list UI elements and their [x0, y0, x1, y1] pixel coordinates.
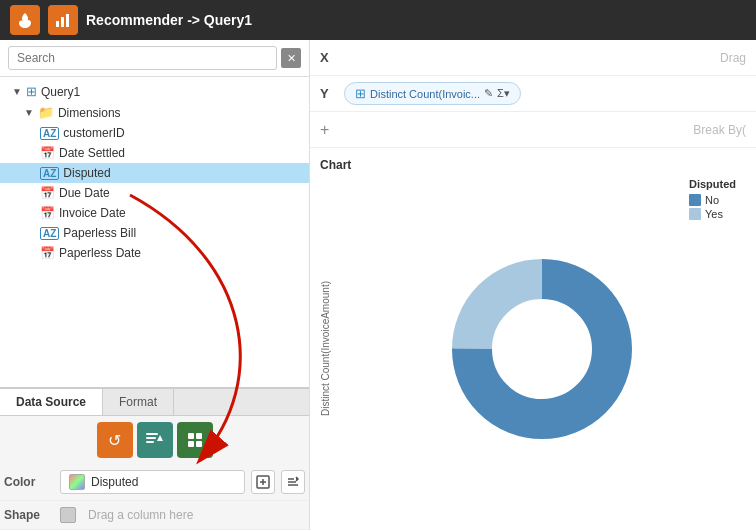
- shape-drag-placeholder: Drag a column here: [88, 508, 305, 522]
- legend-dot-yes: [689, 208, 701, 220]
- edit-icon[interactable]: ✎: [484, 87, 493, 100]
- search-bar: ✕: [0, 40, 309, 77]
- chart-inner: Distinct Count(InvoiceAmount): [320, 180, 746, 518]
- chevron-down-icon: ▼: [12, 86, 22, 97]
- main-layout: ✕ ▼ ⊞ Query1 ▼ 📁 Dimensions AZ cust: [0, 40, 756, 530]
- chart-svg-area: [337, 249, 746, 449]
- tab-datasource[interactable]: Data Source: [0, 389, 103, 415]
- shape-swatch: [60, 507, 76, 523]
- svg-marker-6: [157, 435, 163, 441]
- legend-dot-no: [689, 194, 701, 206]
- y-axis-chip[interactable]: ⊞ Distinct Count(Invoic... ✎ Σ▾: [344, 82, 521, 105]
- break-by-text: Break By(: [337, 123, 746, 137]
- legend-item-yes: Yes: [689, 208, 736, 220]
- calendar-icon-invoice: 📅: [40, 206, 55, 220]
- x-drag-area[interactable]: Drag: [344, 51, 746, 65]
- folder-icon: 📁: [38, 105, 54, 120]
- tree-item-paperlessdate[interactable]: 📅 Paperless Date: [0, 243, 309, 263]
- legend-label-no: No: [705, 194, 719, 206]
- plus-icon: +: [320, 121, 329, 139]
- svg-rect-7: [188, 433, 194, 439]
- tree-query1[interactable]: ▼ ⊞ Query1: [0, 81, 309, 102]
- color-property-row: Color Disputed: [0, 464, 309, 501]
- svg-point-19: [497, 304, 587, 394]
- chart-legend: Disputed No Yes: [689, 178, 736, 222]
- color-sort-button[interactable]: [281, 470, 305, 494]
- chart-title: Chart: [320, 158, 746, 172]
- svg-rect-8: [196, 433, 202, 439]
- chevron-down-icon-dim: ▼: [24, 107, 34, 118]
- tree-container[interactable]: ▼ ⊞ Query1 ▼ 📁 Dimensions AZ customerID …: [0, 77, 309, 387]
- svg-rect-3: [146, 433, 158, 435]
- legend-title: Disputed: [689, 178, 736, 190]
- color-value: Disputed: [91, 475, 138, 489]
- app-logo-icon: [10, 5, 40, 35]
- donut-chart: [442, 249, 642, 449]
- shape-label: Shape: [4, 508, 54, 522]
- calendar-icon: 📅: [40, 146, 55, 160]
- table-icon: ⊞: [26, 84, 37, 99]
- legend-label-yes: Yes: [705, 208, 723, 220]
- svg-rect-9: [188, 441, 194, 447]
- color-edit-button[interactable]: [251, 470, 275, 494]
- y-axis-label: Y: [320, 86, 336, 101]
- svg-rect-5: [146, 441, 154, 443]
- az-icon: AZ: [40, 127, 59, 140]
- page-title: Recommender -> Query1: [86, 12, 252, 28]
- x-axis-label: X: [320, 50, 336, 65]
- break-by-row: + Break By(: [310, 112, 756, 148]
- tree-dimensions[interactable]: ▼ 📁 Dimensions: [0, 102, 309, 123]
- color-swatch: [69, 474, 85, 490]
- calendar-icon-due: 📅: [40, 186, 55, 200]
- color-label: Color: [4, 475, 54, 489]
- sort-button[interactable]: [137, 422, 173, 458]
- tree-item-duedate[interactable]: 📅 Due Date: [0, 183, 309, 203]
- tree-item-paperlessbill[interactable]: AZ Paperless Bill: [0, 223, 309, 243]
- search-input[interactable]: [8, 46, 277, 70]
- tab-format[interactable]: Format: [103, 389, 174, 415]
- svg-rect-2: [66, 14, 69, 27]
- tree-item-datesettled[interactable]: 📅 Date Settled: [0, 143, 309, 163]
- right-panel: X Drag Y ⊞ Distinct Count(Invoic... ✎ Σ▾…: [310, 40, 756, 530]
- toolbar-buttons: ↺: [0, 416, 309, 464]
- bottom-panel: Data Source Format ↺: [0, 387, 309, 530]
- x-axis-row: X Drag: [310, 40, 756, 76]
- bottom-tabs: Data Source Format: [0, 389, 309, 416]
- svg-rect-10: [196, 441, 202, 447]
- chart-y-label: Distinct Count(InvoiceAmount): [320, 281, 331, 416]
- grid-button[interactable]: [177, 422, 213, 458]
- color-value-box[interactable]: Disputed: [60, 470, 245, 494]
- az-icon-disputed: AZ: [40, 167, 59, 180]
- left-panel: ✕ ▼ ⊞ Query1 ▼ 📁 Dimensions AZ cust: [0, 40, 310, 530]
- sum-icon[interactable]: Σ▾: [497, 87, 510, 100]
- sigma-icon: ⊞: [355, 86, 366, 101]
- search-close-button[interactable]: ✕: [281, 48, 301, 68]
- svg-rect-1: [61, 17, 64, 27]
- svg-rect-0: [56, 21, 59, 27]
- tree-item-invoicedate[interactable]: 📅 Invoice Date: [0, 203, 309, 223]
- y-axis-row: Y ⊞ Distinct Count(Invoic... ✎ Σ▾: [310, 76, 756, 112]
- calendar-icon-paperless: 📅: [40, 246, 55, 260]
- tree-item-disputed[interactable]: AZ Disputed: [0, 163, 309, 183]
- legend-item-no: No: [689, 194, 736, 206]
- tree-item-customerid[interactable]: AZ customerID: [0, 123, 309, 143]
- refresh-button[interactable]: ↺: [97, 422, 133, 458]
- svg-rect-4: [146, 437, 156, 439]
- az-icon-paperless: AZ: [40, 227, 59, 240]
- chart-nav-icon[interactable]: [48, 5, 78, 35]
- shape-property-row: Shape Drag a column here: [0, 501, 309, 530]
- chart-area: Chart Distinct Count(InvoiceAmount): [310, 148, 756, 530]
- app-header: Recommender -> Query1: [0, 0, 756, 40]
